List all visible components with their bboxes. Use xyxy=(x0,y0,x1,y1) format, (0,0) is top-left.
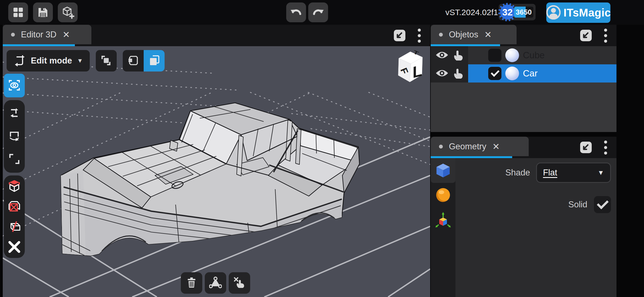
popout-icon xyxy=(392,40,407,44)
edit-mode-dropdown[interactable]: Edit mode ▼ xyxy=(7,50,90,72)
solid-setting-row: Solid xyxy=(568,196,611,213)
object-row-car[interactable]: Car xyxy=(431,64,616,82)
add-object-button[interactable] xyxy=(58,2,78,22)
delete-vertices-button[interactable] xyxy=(181,272,202,294)
tab-modified-dot xyxy=(439,145,443,148)
mesh-cube-icon xyxy=(434,161,452,180)
scale-tool-button[interactable] xyxy=(4,150,25,169)
object-checkbox[interactable] xyxy=(488,49,501,62)
close-icon[interactable]: ✕ xyxy=(492,142,500,151)
transform-category-button[interactable] xyxy=(431,208,455,232)
tab-modified-dot xyxy=(439,33,443,37)
mesh-edit-tool-group xyxy=(4,175,25,258)
tab-active-underline xyxy=(3,44,75,46)
object-sphere-icon xyxy=(505,48,519,62)
tab-editor-3d[interactable]: Editor 3D ✕ xyxy=(3,25,91,44)
view-select-tool-button[interactable] xyxy=(4,74,25,97)
solid-label: Solid xyxy=(568,200,587,210)
save-button[interactable] xyxy=(33,2,53,22)
select-mode-solid-button[interactable] xyxy=(144,50,165,72)
topbar: vST.2024.02f1 32 3650 ITsMagic xyxy=(0,0,644,25)
delete-x-icon xyxy=(7,240,21,255)
objects-tabbar: Objetos ✕ xyxy=(431,25,616,46)
mesh-category-button[interactable] xyxy=(431,158,455,183)
panel-menu-button[interactable] xyxy=(416,28,422,43)
apps-grid-button[interactable] xyxy=(8,2,28,22)
tab-modified-dot xyxy=(11,33,15,37)
rotate-tool-button[interactable] xyxy=(4,127,25,146)
solid-checkbox[interactable] xyxy=(594,196,611,213)
delete-selection-button[interactable] xyxy=(4,238,25,257)
shade-dropdown[interactable]: Flat ▼ xyxy=(536,163,611,183)
undo-button[interactable] xyxy=(286,2,306,22)
geometry-content: Shade Flat ▼ Solid xyxy=(431,158,616,297)
select-mode-segmented xyxy=(123,50,165,72)
nav-cube-face-right: L xyxy=(413,61,422,81)
material-category-button[interactable] xyxy=(431,183,455,208)
level-xp-badge[interactable]: 32 3650 xyxy=(499,4,536,20)
loop-cut-icon xyxy=(7,220,21,234)
edit-mode-overlay: Edit mode ▼ xyxy=(7,50,165,72)
chevron-down-icon: ▼ xyxy=(597,169,604,177)
touch-hand-icon xyxy=(453,67,464,80)
car-wireframe-model xyxy=(59,103,359,261)
tab-geometry[interactable]: Geometry ✕ xyxy=(431,137,529,156)
ellipsis-icon xyxy=(604,29,607,32)
brand-label: ITsMagic xyxy=(563,7,611,19)
solid-select-icon xyxy=(148,54,160,68)
eye-icon xyxy=(435,50,449,61)
visibility-toggle[interactable] xyxy=(435,68,449,79)
objects-panel: Objetos ✕ xyxy=(431,25,616,132)
touch-hand-icon xyxy=(453,49,464,62)
object-sphere-icon xyxy=(505,67,519,80)
viewport-3d[interactable]: T F L Edit mode ▼ xyxy=(3,46,430,297)
move-icon xyxy=(8,106,21,120)
popout-panel-button[interactable] xyxy=(578,28,593,43)
object-list: Cube xyxy=(431,46,616,82)
close-icon[interactable]: ✕ xyxy=(484,30,492,39)
scene-render xyxy=(3,46,430,297)
object-checkbox[interactable] xyxy=(488,67,501,80)
focus-selection-button[interactable] xyxy=(96,50,117,72)
itsmagic-account-button[interactable]: ITsMagic xyxy=(546,2,610,23)
shade-value: Flat xyxy=(543,168,557,178)
redo-button[interactable] xyxy=(308,2,328,22)
touch-select-toggle[interactable] xyxy=(453,67,464,80)
object-row-cube[interactable]: Cube xyxy=(431,46,616,64)
chevron-down-icon: ▼ xyxy=(77,57,83,64)
face-mode-button[interactable] xyxy=(205,272,226,294)
ellipsis-icon xyxy=(604,141,607,144)
touch-select-toggle[interactable] xyxy=(453,49,464,62)
inset-face-button[interactable] xyxy=(4,197,25,216)
save-icon xyxy=(36,6,50,19)
undo-icon xyxy=(290,6,303,19)
orientation-nav-cube[interactable]: T F L xyxy=(393,47,427,84)
scale-icon xyxy=(8,152,21,166)
visibility-toggle[interactable] xyxy=(435,50,449,61)
mesh-action-bar xyxy=(181,272,250,294)
material-sphere-icon xyxy=(435,187,451,204)
close-icon[interactable]: ✕ xyxy=(62,30,70,39)
popout-panel-button[interactable] xyxy=(578,140,593,155)
objects-panel-actions xyxy=(578,25,608,46)
rotate-icon xyxy=(8,130,21,144)
select-mode-wire-button[interactable] xyxy=(123,50,144,72)
itsmagic-engine-screen: vST.2024.02f1 32 3650 ITsMagic xyxy=(0,0,644,297)
popout-icon xyxy=(578,152,593,156)
editor-tabbar: Editor 3D ✕ xyxy=(3,25,430,46)
object-name: Cube xyxy=(523,50,545,61)
tab-objetos[interactable]: Objetos ✕ xyxy=(431,25,517,44)
move-tool-button[interactable] xyxy=(4,104,25,123)
panel-menu-button[interactable] xyxy=(603,139,608,155)
loop-cut-button[interactable] xyxy=(4,217,25,237)
panel-menu-button[interactable] xyxy=(603,28,608,43)
tab-active-underline xyxy=(431,156,512,158)
popout-icon xyxy=(578,40,593,44)
apps-grid-icon xyxy=(12,6,25,19)
extrude-face-button[interactable] xyxy=(4,177,25,196)
deselect-all-button[interactable] xyxy=(229,272,250,294)
popout-panel-button[interactable] xyxy=(392,28,407,43)
trash-icon xyxy=(185,277,198,290)
tab-label: Objetos xyxy=(449,30,478,40)
object-list-empty-area[interactable] xyxy=(431,82,616,132)
